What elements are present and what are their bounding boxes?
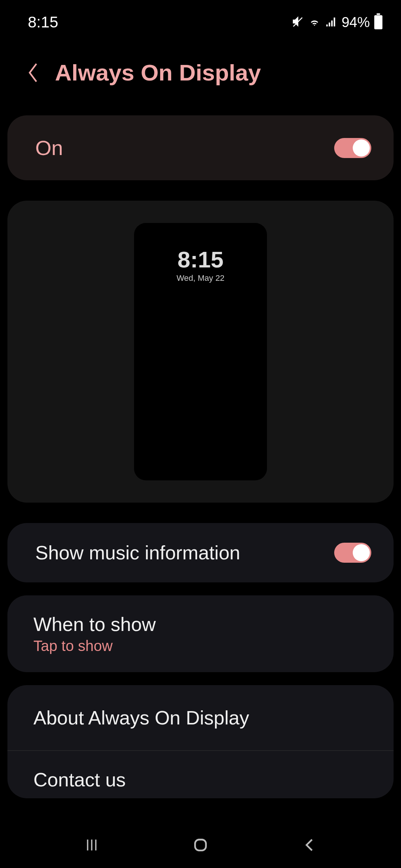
music-info-label: Show music information (35, 542, 240, 564)
contact-us-item[interactable]: Contact us (7, 751, 394, 798)
wifi-icon (308, 15, 321, 29)
home-button[interactable] (186, 834, 215, 856)
preview-card: 8:15 Wed, May 22 (7, 201, 394, 503)
toggle-knob (353, 544, 370, 561)
on-label: On (35, 136, 63, 160)
when-to-show-setting[interactable]: When to show Tap to show (7, 595, 394, 672)
main-toggle-switch[interactable] (334, 138, 371, 158)
battery-percent: 94% (342, 14, 370, 30)
status-time: 8:15 (28, 13, 58, 31)
mute-icon (292, 16, 304, 29)
page-header: Always On Display (0, 37, 401, 108)
about-aod-item[interactable]: About Always On Display (7, 685, 394, 751)
navigation-bar (0, 822, 401, 868)
preview-date: Wed, May 22 (134, 273, 267, 283)
preview-time: 8:15 (134, 248, 267, 271)
contact-us-label: Contact us (33, 769, 368, 791)
back-nav-button[interactable] (294, 834, 324, 856)
music-info-toggle[interactable] (334, 543, 371, 563)
status-indicators: 94% (292, 14, 382, 30)
recents-button[interactable] (77, 834, 107, 856)
toggle-knob (353, 139, 370, 157)
signal-icon (325, 16, 337, 29)
back-button[interactable] (26, 62, 40, 84)
battery-icon (374, 15, 382, 29)
main-toggle-card[interactable]: On (7, 115, 394, 180)
svg-rect-3 (195, 839, 206, 850)
music-info-setting[interactable]: Show music information (7, 523, 394, 582)
about-aod-label: About Always On Display (33, 707, 368, 729)
about-section: About Always On Display Contact us (7, 685, 394, 798)
status-bar: 8:15 94% (0, 0, 401, 37)
when-to-show-label: When to show (33, 613, 368, 635)
page-title: Always On Display (55, 59, 261, 86)
when-to-show-value: Tap to show (33, 638, 368, 654)
phone-preview: 8:15 Wed, May 22 (134, 223, 267, 480)
